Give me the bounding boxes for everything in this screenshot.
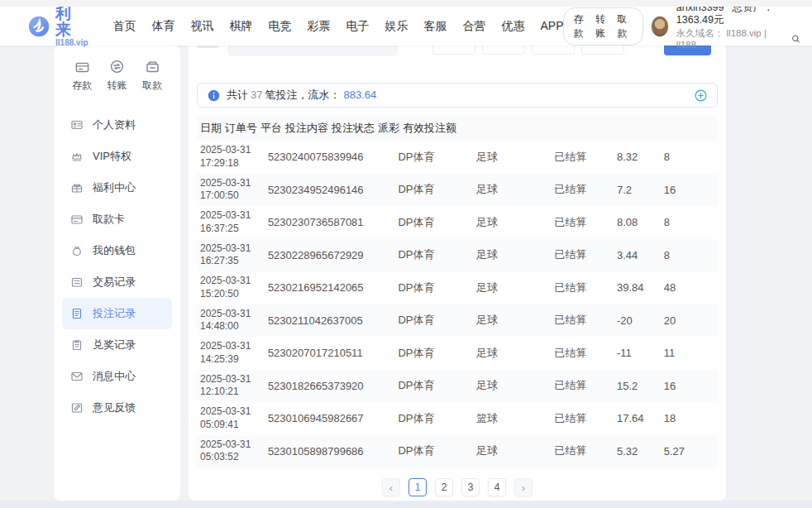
cell-platform: DP体育: [394, 150, 473, 165]
cell-bet-status: 已结算: [551, 313, 614, 328]
site-logo[interactable]: 利来 ll188.vip: [28, 6, 91, 47]
quick-action-label: 转账: [107, 79, 127, 93]
cell-order-number: 5230105898799686: [265, 445, 395, 458]
cell-order-number: 5230207017210511: [265, 347, 395, 359]
nav-item[interactable]: 娱乐: [385, 19, 408, 34]
table-row: 2025-03-31 14:25:39 5230207017210511 DP体…: [197, 337, 718, 370]
cell-order-number: 5230234952496146: [265, 184, 395, 196]
nav-item[interactable]: APP: [540, 19, 563, 34]
sidebar-item[interactable]: 投注记录: [62, 298, 172, 329]
cell-bet-content: 足球: [473, 182, 552, 197]
table-row: 2025-03-31 05:09:41 5230106945982667 DP体…: [197, 402, 718, 435]
quick-action[interactable]: 存款: [72, 59, 92, 93]
cell-bet-status: 已结算: [551, 411, 614, 426]
cell-platform: DP体育: [394, 215, 473, 230]
logo-domain: ll188.vip: [55, 38, 91, 47]
sidebar-item[interactable]: 交易记录: [62, 266, 172, 298]
table-header-row: 日期订单号平台投注内容投注状态派彩有效投注额: [197, 116, 718, 141]
cell-platform: DP体育: [394, 182, 473, 197]
quick-action[interactable]: 转账: [107, 59, 127, 93]
cell-date: 2025-03-31 05:03:52: [197, 439, 265, 464]
page-bottom-strip: [0, 501, 812, 508]
sidebar-item[interactable]: 个人资料: [62, 109, 172, 141]
cell-valid-bet: 8: [661, 216, 718, 228]
cell-payout: 15.2: [614, 380, 661, 392]
wallet-icon: [70, 244, 84, 257]
feedback-icon: [70, 401, 84, 415]
search-icon[interactable]: [791, 34, 800, 44]
crown-icon: [70, 150, 84, 163]
sidebar-item[interactable]: 我的钱包: [62, 235, 172, 266]
nav-item[interactable]: 电子: [346, 19, 369, 34]
table-row: 2025-03-31 16:37:25 5230230736587081 DP体…: [197, 206, 718, 239]
cell-payout: 39.84: [614, 281, 661, 294]
cell-valid-bet: 16: [661, 184, 718, 196]
page-button[interactable]: 2: [435, 478, 453, 496]
cell-payout: 3.44: [614, 249, 661, 261]
cell-bet-status: 已结算: [551, 215, 614, 230]
nav-item[interactable]: 视讯: [190, 19, 213, 34]
page-button[interactable]: 3: [461, 478, 480, 496]
cell-date: 2025-03-31 17:00:50: [197, 177, 265, 203]
page-top-strip: [0, 0, 812, 7]
logo-icon: [28, 14, 50, 39]
cell-valid-bet: 20: [661, 314, 718, 327]
header-right: 存款转账取款 anxin3399总资产： 1363.49元 永久域名： ll18…: [563, 2, 800, 51]
expand-button[interactable]: [695, 89, 707, 102]
page-button[interactable]: 4: [488, 478, 506, 496]
sidebar-item[interactable]: 福利中心: [62, 172, 172, 204]
cell-valid-bet: 48: [661, 281, 718, 294]
page-buttons: 1234: [408, 478, 506, 496]
next-page-button[interactable]: ›: [514, 478, 533, 496]
nav-item[interactable]: 客服: [423, 19, 447, 34]
nav-item[interactable]: 体育: [151, 19, 174, 34]
bankcard-icon: [70, 213, 84, 226]
idcard-icon: [70, 118, 84, 132]
info-icon: [208, 89, 220, 102]
cell-bet-status: 已结算: [551, 247, 614, 262]
bet-count: 37: [251, 89, 262, 101]
cell-payout: 5.32: [614, 445, 661, 458]
bet-records-table: 2025-03-31 17:29:18 5230240075839946 DP体…: [197, 141, 718, 467]
permanent-domain: 永久域名： ll188.vip | ll188....: [676, 27, 789, 51]
sidebar-item-label: 意见反馈: [93, 400, 136, 415]
pill-action[interactable]: 转账: [595, 12, 611, 41]
nav-item[interactable]: 合营: [462, 19, 485, 34]
cell-payout: 8.08: [614, 216, 661, 228]
table-row: 2025-03-31 15:20:50 5230216952142065 DP体…: [197, 271, 718, 304]
nav-item[interactable]: 电竞: [268, 19, 291, 34]
sidebar-item-label: 交易记录: [93, 275, 136, 290]
nav-item[interactable]: 首页: [112, 19, 136, 34]
cell-date: 2025-03-31 14:48:00: [197, 308, 265, 333]
main-panel: 共计37笔投注，流水：883.64 日期订单号平台投注内容投注状态派彩有效投注额…: [189, 41, 726, 501]
sidebar-item[interactable]: 兑奖记录: [62, 329, 172, 361]
cell-platform: DP体育: [394, 411, 473, 426]
pill-action[interactable]: 取款: [617, 12, 633, 41]
sidebar-item[interactable]: 取款卡: [62, 204, 172, 235]
sidebar-item[interactable]: VIP特权: [62, 141, 172, 172]
sidebar-item[interactable]: 消息中心: [62, 361, 172, 392]
turnover-value: 883.64: [343, 89, 376, 101]
cell-platform: DP体育: [394, 346, 473, 361]
list-icon: [70, 276, 84, 289]
table-header-cell: 日期: [197, 121, 222, 136]
page-button[interactable]: 1: [408, 478, 427, 496]
prev-page-button[interactable]: ‹: [382, 478, 400, 496]
cell-order-number: 5230211042637005: [265, 314, 395, 327]
cell-valid-bet: 11: [661, 347, 718, 359]
table-row: 2025-03-31 17:29:18 5230240075839946 DP体…: [197, 141, 718, 174]
sidebar-item[interactable]: 意见反馈: [62, 392, 172, 424]
avatar[interactable]: [651, 16, 669, 37]
table-header-cell: 有效投注额: [399, 121, 456, 136]
sidebar-item-label: 个人资料: [93, 117, 136, 132]
nav-item[interactable]: 彩票: [307, 19, 330, 34]
pill-action[interactable]: 存款: [573, 12, 589, 41]
nav-item[interactable]: 优惠: [501, 19, 524, 34]
cell-bet-status: 已结算: [551, 378, 614, 393]
quick-action-label: 存款: [72, 79, 92, 93]
quick-action[interactable]: 取款: [142, 59, 162, 93]
table-header-cell: 订单号: [222, 121, 257, 136]
cell-bet-content: 足球: [473, 215, 552, 230]
cell-platform: DP体育: [394, 443, 473, 458]
nav-item[interactable]: 棋牌: [229, 19, 252, 34]
